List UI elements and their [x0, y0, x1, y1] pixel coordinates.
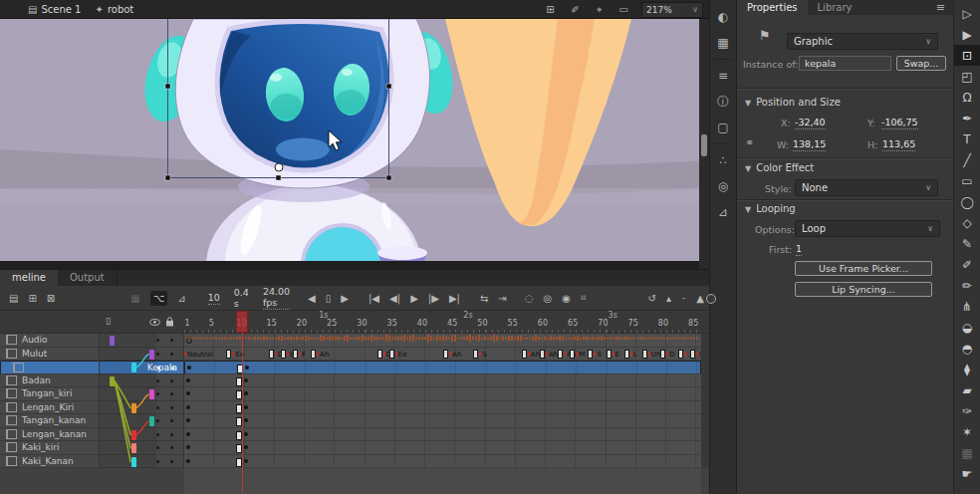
new-folder-icon[interactable]: ⊞	[28, 293, 36, 304]
layer-row-Kaki_Kanan[interactable]: Kaki_Kanan	[0, 455, 184, 469]
layer-lock-dot[interactable]	[170, 433, 173, 436]
loop-options-select[interactable]: Loop∨	[795, 220, 940, 237]
mouth-keyframe-Uh[interactable]: Uh	[642, 350, 661, 360]
use-frame-picker-button[interactable]: Use Frame Picker...	[795, 261, 932, 276]
mouth-keyframe-Ah[interactable]: Ah	[311, 350, 329, 360]
mouth-keyframe-Ee[interactable]: Ee	[389, 350, 407, 360]
guides-icon[interactable]: ✐	[572, 4, 580, 15]
swap-button[interactable]: Swap...	[896, 56, 946, 71]
behavior-select[interactable]: Graphic∨	[787, 33, 938, 50]
layer-row-Kepala[interactable]: Kepala	[0, 361, 184, 374]
layer-visibility-dot[interactable]	[156, 446, 159, 449]
timeline-ruler[interactable]: ▯ 15101520253035404550556065707580851s2s…	[0, 311, 709, 334]
keyframe-dot[interactable]	[187, 366, 191, 370]
ink-bottle-tool[interactable]: ◓	[954, 338, 980, 359]
frames-grid[interactable]: NeutralEeDEeFAhDEeAhSAhAhAhMSELUhD.S	[184, 334, 701, 468]
frames-row-Kepala[interactable]	[184, 361, 701, 374]
frame-rate-value[interactable]: 24.00 fps	[263, 286, 290, 310]
mouth-keyframe-M[interactable]: M	[570, 350, 585, 360]
layer-name[interactable]: Lengan_Kiri	[22, 402, 74, 412]
line-tool[interactable]: ╱	[954, 149, 980, 170]
pen-tool[interactable]: ✒	[954, 108, 980, 128]
link-dimensions-icon[interactable]: ⚭	[745, 136, 754, 149]
instance-name-field[interactable]: kepala	[799, 56, 891, 71]
loop-icon[interactable]: ⇆	[480, 293, 488, 304]
keyframe-dot[interactable]	[186, 445, 190, 449]
reset-timeline-zoom-icon[interactable]: ↺	[648, 293, 656, 304]
layer-lock-dot[interactable]	[170, 339, 173, 342]
keyframe-dot[interactable]	[186, 418, 190, 422]
layer-lock-dot[interactable]	[170, 446, 173, 449]
breadcrumb-scene[interactable]: Scene 1	[41, 4, 81, 15]
layer-lock-dot[interactable]	[170, 379, 173, 382]
position-size-header[interactable]: ▼Position and Size	[745, 97, 841, 108]
stage-canvas[interactable]	[0, 19, 709, 269]
tab-timeline[interactable]: meline	[0, 270, 58, 286]
playhead-marker[interactable]	[236, 311, 248, 333]
layer-name[interactable]: Tangan_kanan	[22, 415, 86, 425]
mouth-keyframe-D[interactable]: D	[660, 350, 674, 360]
keyframe-dot[interactable]	[244, 391, 248, 395]
layer-parenting-column[interactable]	[100, 334, 156, 468]
layer-name[interactable]: Lengan_kanan	[22, 429, 87, 439]
frames-row-Tangan_kanan[interactable]	[184, 414, 701, 428]
zoom-out-timeline-icon[interactable]: ▴	[666, 293, 671, 304]
w-value[interactable]: 138,15	[793, 138, 826, 151]
elapsed-time-value[interactable]: 0.4 s	[234, 287, 249, 309]
layer-name[interactable]: Kaki_kiri	[22, 442, 59, 452]
keyframe-dot[interactable]	[186, 459, 190, 463]
layer-visibility-dot[interactable]	[157, 367, 160, 370]
mouth-keyframe-S[interactable]: S	[588, 350, 601, 360]
robot-head[interactable]	[175, 19, 429, 188]
modify-markers-icon[interactable]: ⌗	[581, 292, 587, 304]
transform-icon[interactable]: ▢	[710, 115, 736, 140]
color-icon[interactable]: ◐	[710, 4, 736, 30]
align-icon[interactable]: ≡	[710, 63, 736, 89]
classic-brush-tool[interactable]: ✏	[954, 275, 980, 296]
keyframe-dot[interactable]	[244, 459, 248, 463]
current-frame-value[interactable]: 10	[208, 292, 220, 305]
layer-name[interactable]: Kaki_Kanan	[22, 456, 74, 466]
cc-libraries-icon[interactable]: ◎	[710, 173, 736, 199]
timeline-zoom-slider[interactable]	[682, 298, 685, 299]
bone-tool[interactable]: ⋔	[954, 296, 980, 317]
frames-row-Mulut[interactable]: NeutralEeDEeFAhDEeAhSAhAhAhMSELUhD.S	[184, 348, 701, 362]
slider-knob[interactable]	[706, 294, 716, 304]
keyframe-dot[interactable]	[244, 432, 248, 436]
layer-visibility-dot[interactable]	[156, 339, 159, 342]
first-frame-icon[interactable]: |◀	[368, 293, 379, 304]
transform-point[interactable]	[275, 163, 283, 171]
mouth-keyframe-.[interactable]: .	[678, 350, 689, 360]
layer-visibility-dot[interactable]	[156, 379, 159, 382]
layer-lock-dot[interactable]	[170, 406, 173, 409]
keyframe-dot[interactable]	[186, 391, 190, 395]
mouth-keyframe-Ah[interactable]: Ah	[540, 350, 558, 360]
graph-editor-icon[interactable]: ⊿	[177, 293, 185, 304]
delete-layer-icon[interactable]: ⊠	[47, 293, 55, 304]
frames-row-Lengan_Kiri[interactable]	[184, 401, 701, 415]
frames-row-Tangan_kiri[interactable]	[184, 387, 701, 401]
mouth-keyframe-Ah[interactable]: Ah	[522, 350, 540, 360]
frames-row-Kaki_Kanan[interactable]	[184, 455, 701, 469]
canvas-hscrollbar[interactable]	[0, 261, 699, 269]
layer-lock-dot[interactable]	[171, 367, 174, 370]
selection-tool[interactable]: ▷	[954, 3, 980, 24]
layer-row-Badan[interactable]: Badan	[0, 374, 184, 388]
asset-warp-tool[interactable]: ✶	[954, 421, 980, 442]
layer-visibility-dot[interactable]	[156, 433, 159, 436]
layer-name[interactable]: Mulut	[22, 349, 47, 359]
frames-row-Lengan_kanan[interactable]	[184, 428, 701, 442]
mouth-keyframe-S[interactable]: S	[473, 350, 486, 360]
show-parenting-icon[interactable]: ⌥	[150, 291, 168, 306]
keyframe-dot[interactable]	[244, 378, 248, 382]
canvas-vscrollbar-thumb[interactable]	[701, 134, 707, 156]
playhead-icon[interactable]: ▯	[326, 293, 332, 304]
looping-header[interactable]: ▼Looping	[745, 203, 796, 214]
hand-tool[interactable]: ☛	[954, 463, 980, 484]
motion-editor-icon[interactable]: ⊿	[710, 199, 736, 225]
layer-row-Tangan_kiri[interactable]: Tangan_kiri	[0, 387, 184, 401]
prev-frame-icon[interactable]: ◀|	[389, 293, 400, 304]
mouth-keyframe-F[interactable]: F	[293, 350, 306, 360]
layer-row-Audio[interactable]: Audio	[0, 334, 184, 348]
keyframe-dot[interactable]	[245, 366, 249, 370]
